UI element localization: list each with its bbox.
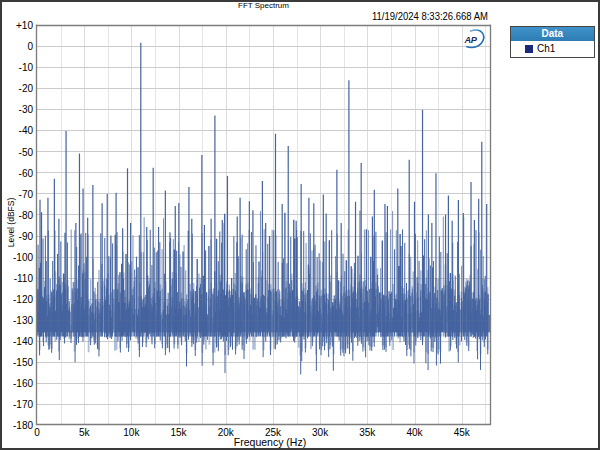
y-tick-label: -60 xyxy=(3,169,33,179)
y-tick-label: -120 xyxy=(3,295,33,305)
y-tick-label: -110 xyxy=(3,274,33,284)
y-tick-label: -80 xyxy=(3,211,33,221)
y-tick-label: -90 xyxy=(3,232,33,242)
y-tick-label: -130 xyxy=(3,316,33,326)
y-tick-label: -150 xyxy=(3,358,33,368)
y-tick-label: -140 xyxy=(3,337,33,347)
x-tick-label: 30k xyxy=(300,428,340,438)
y-tick-label: -50 xyxy=(3,148,33,158)
y-tick-label: -100 xyxy=(3,253,33,263)
x-tick-label: 40k xyxy=(395,428,435,438)
y-tick-label: -160 xyxy=(3,379,33,389)
x-tick-label: 15k xyxy=(159,428,199,438)
fft-trace-ch1-peaks xyxy=(40,43,487,337)
legend-box[interactable]: Data Ch1 xyxy=(510,26,595,58)
fft-plot[interactable] xyxy=(0,0,596,446)
y-tick-label: -170 xyxy=(3,400,33,410)
x-tick-label: 25k xyxy=(253,428,293,438)
fft-trace-ch1 xyxy=(38,211,488,375)
legend-swatch-ch1 xyxy=(525,45,533,53)
y-tick-label: -70 xyxy=(3,190,33,200)
fft-spectrum-window: FFT Spectrum 11/19/2024 8:33:26.668 AM L… xyxy=(0,0,600,450)
x-axis-label: Frequency (Hz) xyxy=(0,437,540,448)
legend-label-ch1: Ch1 xyxy=(537,41,555,56)
x-tick-label: 45k xyxy=(442,428,482,438)
y-tick-label: -30 xyxy=(3,105,33,115)
x-tick-label: 35k xyxy=(347,428,387,438)
y-tick-label: -40 xyxy=(3,126,33,136)
ap-logo-text: AP xyxy=(463,35,477,45)
legend-header: Data xyxy=(511,27,594,41)
y-tick-label: -20 xyxy=(3,84,33,94)
legend-item-ch1[interactable]: Ch1 xyxy=(511,41,594,56)
x-tick-label: 5k xyxy=(64,428,104,438)
y-tick-label: +10 xyxy=(3,21,33,31)
x-tick-label: 10k xyxy=(111,428,151,438)
x-tick-label: 0 xyxy=(17,428,57,438)
y-tick-label: 0 xyxy=(3,42,33,52)
x-tick-label: 20k xyxy=(206,428,246,438)
ap-logo-icon: AP xyxy=(461,28,487,50)
y-tick-label: -10 xyxy=(3,63,33,73)
